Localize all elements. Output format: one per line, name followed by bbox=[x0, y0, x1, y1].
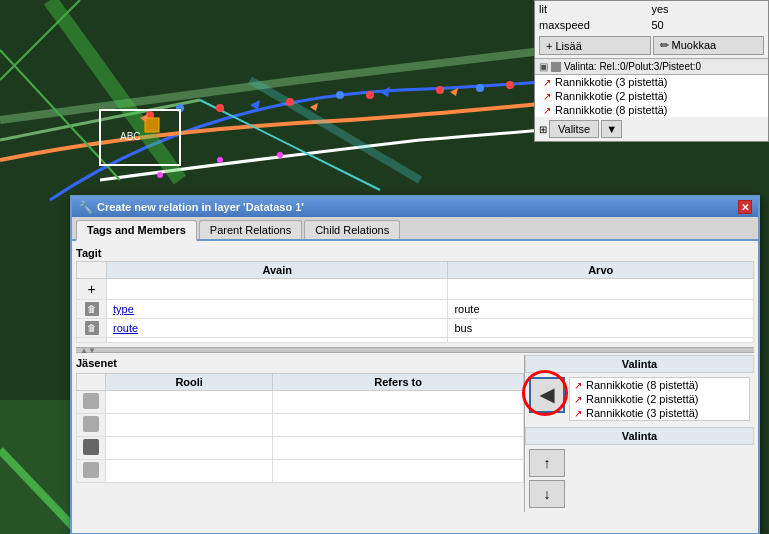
svg-point-13 bbox=[506, 81, 514, 89]
trash-icon-2[interactable]: 🗑 bbox=[85, 321, 99, 335]
member-refers-2 bbox=[273, 414, 524, 437]
tag-value-route: route bbox=[448, 300, 754, 319]
dot-icon: ⊞ bbox=[539, 124, 547, 135]
vi-arrow-2: ↗ bbox=[574, 394, 582, 405]
member-row-2 bbox=[77, 414, 524, 437]
arrow-icon-2: ↗ bbox=[543, 91, 551, 102]
relation-icon bbox=[551, 62, 561, 72]
tags-key-header: Avain bbox=[107, 262, 448, 279]
svg-point-9 bbox=[216, 104, 224, 112]
tag-row-empty bbox=[77, 338, 754, 343]
tab-tags-and-members[interactable]: Tags and Members bbox=[76, 220, 197, 241]
svg-rect-19 bbox=[145, 118, 159, 132]
tags-value-input-row bbox=[448, 279, 754, 300]
member-role-3 bbox=[106, 437, 273, 460]
panel-row-maxspeed: maxspeed 50 bbox=[535, 17, 768, 33]
add-button[interactable]: + Lisää bbox=[539, 36, 651, 55]
svg-line-1 bbox=[300, 50, 550, 80]
dialog-tabs: Tags and Members Parent Relations Child … bbox=[72, 217, 758, 241]
valitse-bar: ⊞ Valitse ▼ bbox=[535, 117, 768, 141]
dialog-title-text: Create new relation in layer 'Datataso 1… bbox=[97, 201, 304, 213]
add-tag-button-cell[interactable]: + bbox=[77, 279, 107, 300]
tab-child-relations[interactable]: Child Relations bbox=[304, 220, 400, 239]
delete-tag-1[interactable]: 🗑 bbox=[77, 300, 107, 319]
valinta-header: Valinta bbox=[525, 355, 754, 373]
panel-row-lit: lit yes bbox=[535, 1, 768, 17]
arrow-icon-3: ↗ bbox=[543, 105, 551, 116]
right-panel: lit yes maxspeed 50 + Lisää ✏ Muokkaa ▣ … bbox=[534, 0, 769, 142]
member-icon-1 bbox=[77, 391, 106, 414]
vi-arrow-3: ↗ bbox=[574, 408, 582, 419]
member-type-icon-4 bbox=[83, 462, 99, 478]
valinta-add-button[interactable]: ◀ bbox=[529, 377, 565, 413]
dialog-close-button[interactable]: ✕ bbox=[738, 200, 752, 214]
dialog: 🔧 Create new relation in layer 'Datataso… bbox=[70, 195, 760, 534]
valinta-items-container: ↗ Rannikkotie (8 pistettä) ↗ Rannikkotie… bbox=[569, 377, 750, 421]
member-refers-3 bbox=[273, 437, 524, 460]
tag-row-route: 🗑 route bus bbox=[77, 319, 754, 338]
member-type-icon-1 bbox=[83, 393, 99, 409]
member-type-icon-3 bbox=[83, 439, 99, 455]
member-refers-1 bbox=[273, 391, 524, 414]
resize-handle[interactable]: ▲▼ bbox=[76, 347, 754, 353]
vi-arrow-1: ↗ bbox=[574, 380, 582, 391]
svg-marker-27 bbox=[380, 87, 390, 97]
member-role-2 bbox=[106, 414, 273, 437]
svg-point-10 bbox=[286, 98, 294, 106]
svg-text:ABC: ABC bbox=[120, 131, 141, 142]
member-row-4 bbox=[77, 460, 524, 483]
valinta-item-3: ↗ Rannikkotie (3 pistettä) bbox=[570, 406, 749, 420]
member-row-3 bbox=[77, 437, 524, 460]
dialog-icon: 🔧 bbox=[78, 200, 93, 214]
valitse-button[interactable]: Valitse bbox=[549, 120, 599, 138]
tags-key-input-row bbox=[107, 279, 448, 300]
svg-point-11 bbox=[366, 91, 374, 99]
tab-parent-relations[interactable]: Parent Relations bbox=[199, 220, 302, 239]
member-icon-3 bbox=[77, 437, 106, 460]
svg-marker-29 bbox=[310, 103, 318, 111]
svg-point-12 bbox=[436, 86, 444, 94]
members-area: Jäsenet Rooli Refers to bbox=[76, 355, 754, 512]
action-btn-2[interactable]: ↓ bbox=[529, 480, 565, 508]
member-refers-4 bbox=[273, 460, 524, 483]
action-btn-1[interactable]: ↑ bbox=[529, 449, 565, 477]
valinta-btn-container: ◀ bbox=[529, 377, 565, 413]
valitse-dropdown[interactable]: ▼ bbox=[601, 120, 622, 138]
svg-point-21 bbox=[217, 157, 223, 163]
action-buttons: ↑ ↓ bbox=[525, 445, 754, 512]
members-section-label: Jäsenet bbox=[76, 355, 117, 371]
selection-item-2: ↗ Rannikkotie (2 pistettä) bbox=[535, 89, 768, 103]
edit-button[interactable]: ✏ Muokkaa bbox=[653, 36, 765, 55]
dialog-title-bar: 🔧 Create new relation in layer 'Datataso… bbox=[72, 197, 758, 217]
member-icon-2 bbox=[77, 414, 106, 437]
member-type-icon-2 bbox=[83, 416, 99, 432]
svg-point-16 bbox=[476, 84, 484, 92]
members-refers-header: Refers to bbox=[273, 374, 524, 391]
title-left: 🔧 Create new relation in layer 'Datataso… bbox=[78, 200, 304, 214]
svg-line-4 bbox=[50, 0, 180, 180]
members-role-header: Rooli bbox=[106, 374, 273, 391]
expand-icon: ▣ bbox=[539, 61, 548, 72]
valinta-items-list: ↗ Rannikkotie (8 pistettä) ↗ Rannikkotie… bbox=[569, 377, 750, 421]
svg-point-20 bbox=[157, 172, 163, 178]
add-tag-icon[interactable]: + bbox=[87, 281, 95, 297]
tag-row-type: 🗑 type route bbox=[77, 300, 754, 319]
valinta-item-2: ↗ Rannikkotie (2 pistettä) bbox=[570, 392, 749, 406]
dialog-content: Tagit Avain Arvo + bbox=[72, 241, 758, 516]
tags-table: Avain Arvo + 🗑 type bbox=[76, 261, 754, 343]
valinta-panel: Valinta ◀ ↗ Rannikkotie (8 pistettä) bbox=[524, 355, 754, 512]
tags-add-row: + bbox=[77, 279, 754, 300]
tag-key-type: type bbox=[107, 300, 448, 319]
selection-item-1: ↗ Rannikkotie (3 pistettä) bbox=[535, 75, 768, 89]
members-icon-col bbox=[77, 374, 106, 391]
trash-icon-1[interactable]: 🗑 bbox=[85, 302, 99, 316]
svg-point-22 bbox=[277, 152, 283, 158]
members-header: Jäsenet bbox=[76, 355, 524, 371]
divider-dots: ▲▼ bbox=[80, 346, 96, 355]
svg-point-15 bbox=[336, 91, 344, 99]
delete-tag-2[interactable]: 🗑 bbox=[77, 319, 107, 338]
tag-key-route: route bbox=[107, 319, 448, 338]
members-left-panel: Jäsenet Rooli Refers to bbox=[76, 355, 524, 512]
selection-item-3: ↗ Rannikkotie (8 pistettä) bbox=[535, 103, 768, 117]
valinta-controls: ◀ ↗ Rannikkotie (8 pistettä) ↗ bbox=[525, 373, 754, 425]
